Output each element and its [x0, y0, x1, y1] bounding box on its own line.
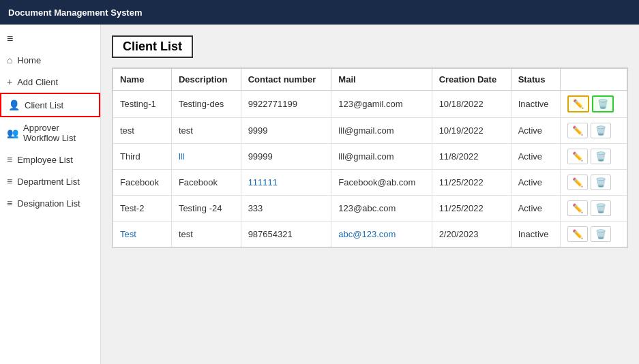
delete-button[interactable]: 🗑️ — [592, 95, 614, 112]
table-row: FacebookFacebook111111Facebook@ab.com11/… — [113, 170, 627, 196]
edit-button[interactable]: ✏️ — [567, 95, 589, 112]
sidebar-item-approver-workflow[interactable]: 👥 Approver Workflow List — [0, 117, 100, 149]
cell-actions: ✏️🗑️ — [561, 118, 627, 144]
cell-name: test — [113, 118, 172, 144]
edit-button[interactable]: ✏️ — [567, 123, 588, 138]
cell-date: 2/20/2023 — [432, 222, 511, 247]
cell-name: Testing-1 — [113, 91, 172, 118]
edit-icon: ✏️ — [572, 203, 583, 213]
delete-button[interactable]: 🗑️ — [591, 175, 611, 190]
table-row: Testing-1Testing-des9922771199123@gamil.… — [113, 91, 627, 118]
table-header-row: Name Description Contact number Mail Cre… — [113, 69, 627, 91]
edit-button[interactable]: ✏️ — [567, 175, 588, 190]
sidebar-item-client-list[interactable]: 👤 Client List — [0, 93, 100, 117]
cell-contact: 9999 — [241, 118, 331, 144]
delete-button[interactable]: 🗑️ — [591, 200, 611, 216]
sidebar-item-label: Approver Workflow List — [23, 123, 93, 143]
delete-icon: 🗑️ — [595, 229, 606, 239]
sidebar-item-department-list[interactable]: ≡ Department List — [0, 170, 100, 192]
top-bar: Document Management System — [0, 0, 639, 25]
edit-button[interactable]: ✏️ — [567, 200, 588, 216]
client-table: Name Description Contact number Mail Cre… — [113, 68, 627, 247]
table-row: testtest9999lll@gmail.com10/19/2022Activ… — [113, 118, 627, 144]
delete-icon: 🗑️ — [595, 151, 606, 162]
list-icon: ≡ — [7, 154, 12, 165]
cell-mail: 123@gamil.com — [331, 91, 432, 118]
cell-actions: ✏️🗑️ — [561, 196, 627, 222]
delete-icon: 🗑️ — [595, 177, 606, 187]
delete-button[interactable]: 🗑️ — [591, 123, 611, 138]
cell-name: Test-2 — [113, 196, 172, 222]
sidebar-item-employee-list[interactable]: ≡ Employee List — [0, 149, 100, 170]
cell-date: 11/25/2022 — [432, 196, 511, 222]
sidebar-item-label: Client List — [25, 100, 63, 110]
cell-date: 11/8/2022 — [432, 144, 511, 170]
sidebar-item-label: Home — [17, 55, 41, 65]
delete-icon: 🗑️ — [595, 125, 606, 136]
table-row: Testtest987654321abc@123.com2/20/2023Ina… — [113, 222, 627, 247]
sidebar-item-home[interactable]: ⌂ Home — [0, 49, 100, 71]
content-area: Client List Name Description Contact num… — [101, 25, 639, 364]
col-creation-date: Creation Date — [432, 69, 511, 91]
cell-mail: Facebook@ab.com — [331, 170, 432, 196]
cell-description: test — [171, 222, 241, 247]
main-layout: ≡ ⌂ Home + Add Client 👤 Client List 👥 Ap… — [0, 25, 639, 364]
col-actions — [561, 69, 627, 91]
edit-button[interactable]: ✏️ — [567, 149, 588, 164]
cell-contact: 9922771199 — [241, 91, 331, 118]
cell-contact: 333 — [241, 196, 331, 222]
dept-icon: ≡ — [7, 176, 12, 187]
col-mail: Mail — [331, 69, 432, 91]
cell-contact: 987654321 — [241, 222, 331, 247]
add-icon: + — [7, 76, 12, 87]
cell-mail: abc@123.com — [331, 222, 432, 247]
app-container: Document Management System ≡ ⌂ Home + Ad… — [0, 0, 639, 364]
desig-icon: ≡ — [7, 198, 12, 209]
sidebar-item-designation-list[interactable]: ≡ Designation List — [0, 192, 100, 214]
cell-description: Testing-des — [171, 91, 241, 118]
sidebar: ≡ ⌂ Home + Add Client 👤 Client List 👥 Ap… — [0, 25, 101, 364]
cell-date: 10/18/2022 — [432, 91, 511, 118]
hamburger-menu[interactable]: ≡ — [0, 29, 100, 49]
cell-description: Testing -24 — [171, 196, 241, 222]
table-row: Test-2Testing -24333123@abc.com11/25/202… — [113, 196, 627, 222]
edit-icon: ✏️ — [572, 125, 583, 136]
cell-name: Test — [113, 222, 172, 247]
home-icon: ⌂ — [7, 55, 12, 65]
app-title: Document Management System — [8, 7, 143, 18]
sidebar-item-add-client[interactable]: + Add Client — [0, 71, 100, 93]
cell-description: Facebook — [171, 170, 241, 196]
table-row: Thirdlll99999lll@gmail.com11/8/2022Activ… — [113, 144, 627, 170]
edit-icon: ✏️ — [573, 99, 584, 109]
sidebar-item-label: Designation List — [17, 198, 80, 209]
cell-status: Active — [511, 170, 560, 196]
cell-status: Active — [511, 118, 560, 144]
col-description: Description — [171, 69, 241, 91]
cell-contact: 111111 — [241, 170, 331, 196]
cell-actions: ✏️🗑️ — [561, 91, 627, 118]
col-name: Name — [113, 69, 172, 91]
sidebar-item-label: Add Client — [17, 77, 58, 87]
cell-actions: ✏️🗑️ — [561, 170, 627, 196]
cell-status: Active — [511, 196, 560, 222]
cell-actions: ✏️🗑️ — [561, 222, 627, 247]
col-status: Status — [511, 69, 560, 91]
edit-icon: ✏️ — [572, 229, 583, 239]
cell-description: lll — [171, 144, 241, 170]
sidebar-item-label: Employee List — [17, 155, 73, 165]
user-icon: 👤 — [8, 100, 20, 110]
delete-button[interactable]: 🗑️ — [591, 226, 611, 242]
cell-status: Inactive — [511, 222, 560, 247]
cell-mail: lll@gmail.com — [331, 118, 432, 144]
cell-actions: ✏️🗑️ — [561, 144, 627, 170]
users-icon: 👥 — [7, 127, 18, 138]
cell-name: Third — [113, 144, 172, 170]
edit-button[interactable]: ✏️ — [567, 226, 588, 242]
delete-icon: 🗑️ — [595, 203, 606, 213]
col-contact: Contact number — [241, 69, 331, 91]
cell-name: Facebook — [113, 170, 172, 196]
cell-description: test — [171, 118, 241, 144]
cell-status: Active — [511, 144, 560, 170]
delete-button[interactable]: 🗑️ — [591, 149, 611, 164]
cell-mail: 123@abc.com — [331, 196, 432, 222]
